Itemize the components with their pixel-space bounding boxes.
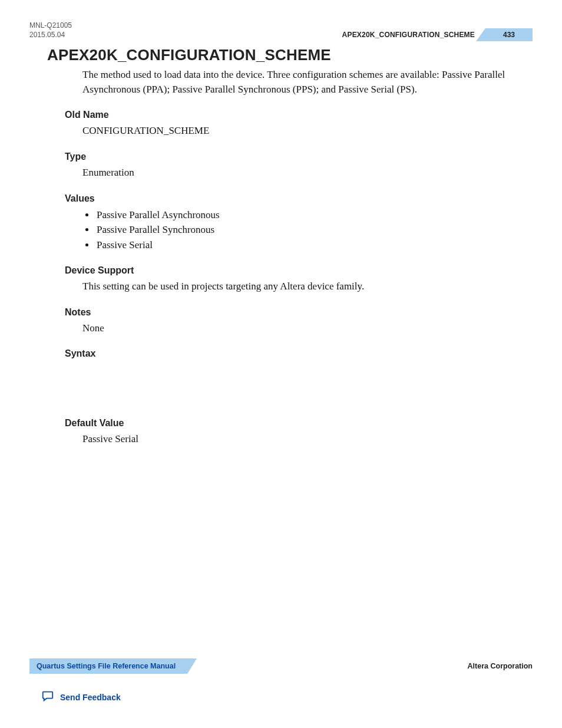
manual-title-link[interactable]: Quartus Settings File Reference Manual <box>37 662 176 670</box>
section-value: Enumeration <box>82 166 527 180</box>
footer-band: Quartus Settings File Reference Manual A… <box>29 658 533 674</box>
section-values: Values Passive Parallel Asynchronous Pas… <box>65 193 527 253</box>
page-title: APEX20K_CONFIGURATION_SCHEME <box>47 46 527 64</box>
list-item: Passive Serial <box>95 238 527 253</box>
section-device-support: Device Support This setting can be used … <box>65 265 527 294</box>
send-feedback-label: Send Feedback <box>60 693 121 702</box>
content: APEX20K_CONFIGURATION_SCHEME The method … <box>47 46 527 460</box>
intro-paragraph: The method used to load data into the de… <box>82 68 527 97</box>
header-doc-meta: MNL-Q21005 2015.05.04 <box>29 21 72 39</box>
page-header: MNL-Q21005 2015.05.04 APEX20K_CONFIGURAT… <box>29 21 533 39</box>
section-notes: Notes None <box>65 307 527 336</box>
section-value: CONFIGURATION_SCHEME <box>82 124 527 139</box>
page: MNL-Q21005 2015.05.04 APEX20K_CONFIGURAT… <box>0 0 562 728</box>
page-number: 433 <box>485 28 533 41</box>
section-heading: Device Support <box>65 265 527 276</box>
section-heading: Syntax <box>65 348 527 359</box>
section-default-value: Default Value Passive Serial <box>65 418 527 447</box>
footer-manual-tab[interactable]: Quartus Settings File Reference Manual <box>29 658 187 674</box>
section-old-name: Old Name CONFIGURATION_SCHEME <box>65 110 527 139</box>
running-title: APEX20K_CONFIGURATION_SCHEME <box>342 31 485 39</box>
section-heading: Notes <box>65 307 527 318</box>
section-heading: Old Name <box>65 110 527 120</box>
footer-company: Altera Corporation <box>468 658 533 674</box>
header-right: APEX20K_CONFIGURATION_SCHEME 433 <box>342 28 533 41</box>
doc-id: MNL-Q21005 <box>29 21 72 31</box>
list-item: Passive Parallel Asynchronous <box>95 207 527 223</box>
values-list: Passive Parallel Asynchronous Passive Pa… <box>95 207 527 253</box>
section-value: This setting can be used in projects tar… <box>82 279 527 294</box>
send-feedback-link[interactable]: Send Feedback <box>41 690 121 704</box>
doc-date: 2015.05.04 <box>29 31 72 40</box>
section-value: Passive Serial <box>82 432 527 447</box>
section-heading: Type <box>65 151 527 162</box>
section-heading: Default Value <box>65 418 527 429</box>
section-syntax: Syntax <box>65 348 527 359</box>
speech-bubble-icon <box>41 690 54 704</box>
list-item: Passive Parallel Synchronous <box>95 222 527 238</box>
section-value: None <box>82 321 527 336</box>
section-type: Type Enumeration <box>65 151 527 180</box>
section-heading: Values <box>65 193 527 204</box>
page-number-tab: 433 <box>485 28 533 41</box>
